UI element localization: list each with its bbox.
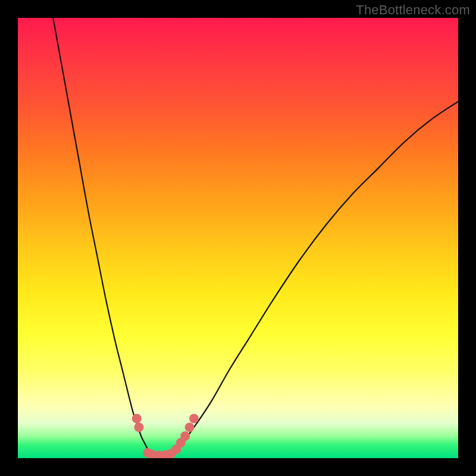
data-marker — [180, 431, 190, 441]
data-marker — [185, 422, 195, 432]
chart-frame: TheBottleneck.com — [0, 0, 476, 476]
bottleneck-curve-right-branch — [172, 102, 458, 454]
plot-area — [18, 18, 458, 458]
watermark-label: TheBottleneck.com — [356, 2, 470, 18]
data-marker — [134, 422, 144, 432]
data-marker — [189, 414, 199, 423]
curve-layer — [18, 18, 458, 458]
data-marker — [132, 414, 142, 423]
bottleneck-curve-left-branch — [53, 18, 150, 454]
